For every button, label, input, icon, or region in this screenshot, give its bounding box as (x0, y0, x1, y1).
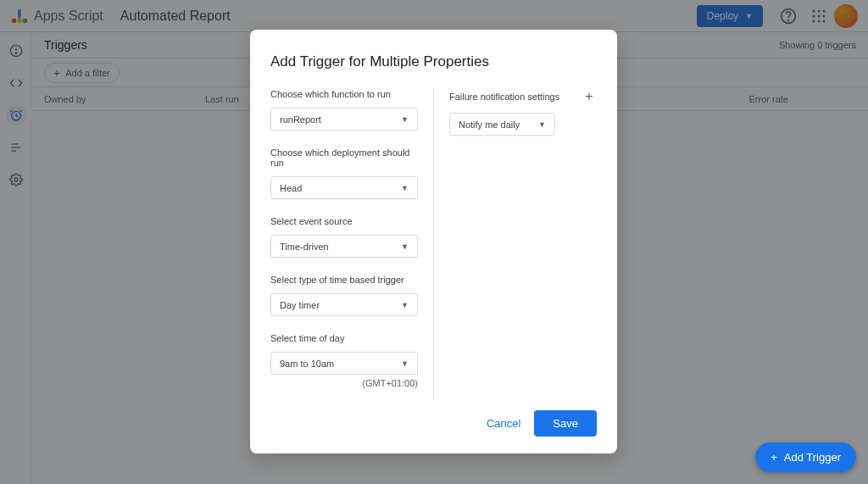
select-time-of-day[interactable]: 9am to 10am▼ (270, 352, 418, 375)
select-deployment[interactable]: Head▼ (270, 176, 418, 199)
chevron-down-icon: ▼ (401, 184, 409, 192)
label-failure-notification: Failure notification settings (449, 92, 559, 102)
label-event-source: Select event source (270, 216, 418, 226)
chevron-down-icon: ▼ (538, 120, 546, 129)
select-failure-notification[interactable]: Notify me daily▼ (449, 113, 555, 136)
add-notification-icon[interactable]: + (581, 89, 597, 104)
add-trigger-fab[interactable]: + Add Trigger (755, 442, 856, 472)
label-deployment: Choose which deployment should run (270, 147, 418, 168)
label-time-of-day: Select time of day (270, 333, 418, 343)
modal-title: Add Trigger for Multiple Properties (270, 53, 597, 70)
plus-icon: + (771, 451, 777, 464)
label-function: Choose which function to run (270, 89, 418, 99)
cancel-button[interactable]: Cancel (487, 417, 520, 430)
select-function[interactable]: runReport▼ (270, 108, 418, 131)
chevron-down-icon: ▼ (401, 242, 409, 251)
save-button[interactable]: Save (534, 410, 597, 437)
chevron-down-icon: ▼ (401, 301, 409, 309)
add-trigger-modal: Add Trigger for Multiple Properties Choo… (250, 30, 617, 453)
select-trigger-type[interactable]: Day timer▼ (270, 293, 418, 316)
chevron-down-icon: ▼ (401, 359, 409, 368)
select-event-source[interactable]: Time-driven▼ (270, 235, 418, 258)
timezone-label: (GMT+01:00) (270, 378, 418, 388)
chevron-down-icon: ▼ (401, 115, 409, 124)
label-trigger-type: Select type of time based trigger (270, 275, 418, 285)
